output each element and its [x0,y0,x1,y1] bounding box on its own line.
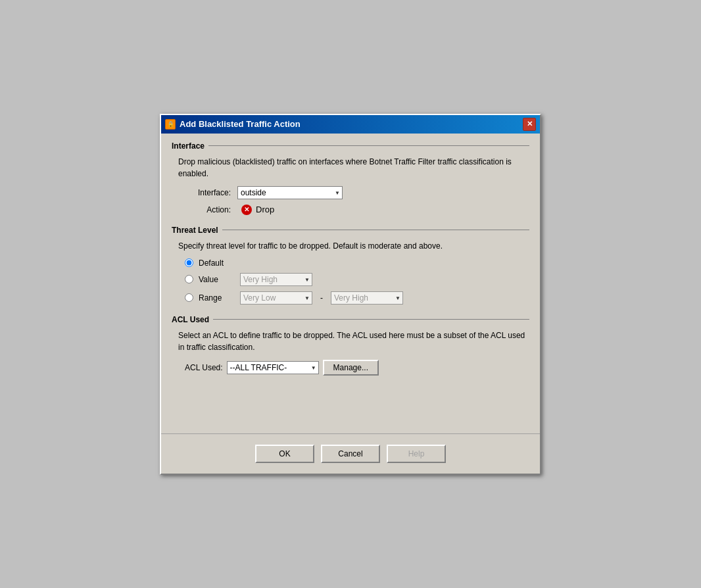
range-radio-label[interactable]: Range [199,293,235,303]
ok-button[interactable]: OK [255,445,314,463]
acl-section-line [213,319,529,320]
interface-section-desc: Drop malicious (blacklisted) traffic on … [178,156,529,180]
threat-radio-group: Default Value Very Low Low Moderate High… [185,258,529,305]
dialog-body: Interface Drop malicious (blacklisted) t… [161,134,540,433]
range-radio[interactable] [185,293,193,302]
interface-form-row: Interface: outside inside dmz ▼ [185,186,529,199]
threat-section-title: Threat Level [172,226,222,235]
range-from-select[interactable]: Very Low Low Moderate High Very High [240,291,312,305]
acl-section-title: ACL Used [172,315,213,324]
spacer [172,386,529,426]
acl-row: ACL Used: --ALL TRAFFIC- acl-1 acl-2 ▼ M… [185,360,529,376]
default-radio[interactable] [185,258,193,267]
threat-section-header: Threat Level [172,226,529,235]
value-radio[interactable] [185,275,193,283]
range-radio-row: Range Very Low Low Moderate High Very Hi… [185,291,529,305]
help-button[interactable]: Help [387,445,446,463]
title-bar: 🔒 Add Blacklisted Traffic Action ✕ [161,115,540,134]
default-radio-row: Default [185,258,529,268]
cancel-button[interactable]: Cancel [321,445,380,463]
title-bar-left: 🔒 Add Blacklisted Traffic Action [165,119,301,130]
interface-section: Interface Drop malicious (blacklisted) t… [172,141,529,215]
dialog-title: Add Blacklisted Traffic Action [180,119,301,129]
interface-section-title: Interface [172,141,208,151]
range-to-select[interactable]: Very Low Low Moderate High Very High [331,291,403,305]
interface-label: Interface: [185,188,237,197]
interface-section-line [208,145,529,146]
acl-section-header: ACL Used [172,315,529,324]
acl-select-wrapper: --ALL TRAFFIC- acl-1 acl-2 ▼ [227,361,319,374]
interface-select[interactable]: outside inside dmz [237,186,343,199]
dialog-icon: 🔒 [165,119,176,130]
close-button[interactable]: ✕ [523,118,536,131]
manage-button[interactable]: Manage... [323,360,379,376]
acl-label: ACL Used: [185,363,223,372]
value-radio-row: Value Very Low Low Moderate High Very Hi… [185,273,529,286]
drop-icon: ✕ [241,205,252,215]
default-radio-label[interactable]: Default [199,258,235,268]
threat-section-desc: Specify threat level for traffic to be d… [178,240,529,252]
acl-section-desc: Select an ACL to define traffic to be dr… [178,330,529,353]
action-label: Action: [185,205,237,214]
value-select[interactable]: Very Low Low Moderate High Very High [240,273,312,286]
range-from-select-wrapper: Very Low Low Moderate High Very High ▼ [240,291,312,305]
interface-select-wrapper: outside inside dmz ▼ [237,186,343,199]
dialog-footer: OK Cancel Help [161,433,540,474]
threat-section: Threat Level Specify threat level for tr… [172,226,529,305]
action-row: Action: ✕ Drop [185,205,529,215]
range-to-select-wrapper: Very Low Low Moderate High Very High ▼ [331,291,403,305]
value-select-wrapper: Very Low Low Moderate High Very High ▼ [240,273,312,286]
threat-section-line [222,230,529,230]
acl-section: ACL Used Select an ACL to define traffic… [172,315,529,376]
range-dash: - [320,293,323,303]
interface-section-header: Interface [172,141,529,151]
action-value: Drop [256,205,274,214]
acl-select[interactable]: --ALL TRAFFIC- acl-1 acl-2 [227,361,319,374]
value-radio-label[interactable]: Value [199,275,235,284]
dialog-window: 🔒 Add Blacklisted Traffic Action ✕ Inter… [160,114,541,475]
